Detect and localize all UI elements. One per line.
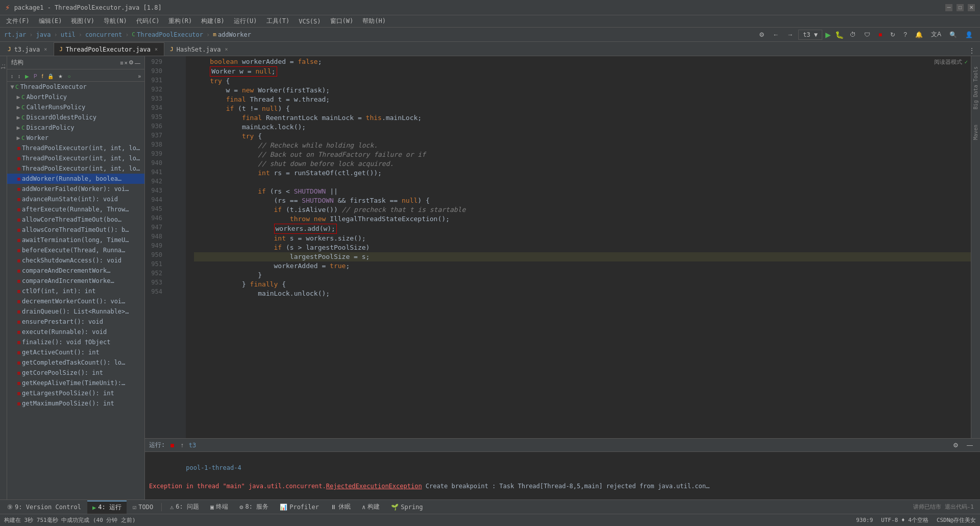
menu-build[interactable]: 构建(B): [197, 16, 229, 27]
toolbar-settings-btn[interactable]: ⚙: [756, 30, 768, 40]
sidebar-item-addworker[interactable]: m addWorker(Runnable, boolea…: [7, 174, 144, 184]
menu-edit[interactable]: 编辑(E): [35, 16, 66, 27]
debug-button[interactable]: 🐛: [834, 30, 845, 40]
sync-btn[interactable]: ↻: [887, 30, 898, 40]
run-panel-settings-btn[interactable]: ⚙: [950, 440, 962, 450]
sidebar-toolbar-btn2[interactable]: ↕: [16, 73, 22, 80]
sidebar-item-getkeepalive[interactable]: m getKeepAliveTime(TimeUnit):…: [7, 378, 144, 388]
tab-todo[interactable]: ☑ TODO: [128, 500, 158, 514]
sidebar-close-btn[interactable]: ×: [125, 60, 128, 66]
sidebar-toolbar-btn5[interactable]: f: [40, 73, 45, 80]
tab-version-control[interactable]: ⑨ 9: Version Control: [2, 500, 86, 514]
code-editor[interactable]: 929 930 931 932 933 934 935 936 937 938 …: [145, 56, 980, 438]
sidebar-item-getcompleted[interactable]: m getCompletedTaskCount(): lo…: [7, 357, 144, 368]
sidebar-item-discard[interactable]: ▶ C DiscardPolicy: [7, 123, 144, 133]
sidebar-item-compare-dec[interactable]: m compareAndDecrementWork…: [7, 266, 144, 276]
sidebar-collapse-btn[interactable]: —: [135, 60, 140, 66]
tab-terminal[interactable]: ▣ 终端: [205, 500, 233, 514]
close-button[interactable]: ✕: [968, 4, 975, 11]
tab-t3[interactable]: J t3.java ×: [2, 42, 54, 56]
tab-threadpool[interactable]: J ThreadPoolExecutor.java ×: [54, 42, 164, 56]
nav-util[interactable]: util: [61, 31, 76, 38]
tab-profiler[interactable]: 📊 Profiler: [275, 500, 324, 514]
sidebar-item-afterexecute[interactable]: m afterExecute(Runnable, Throw…: [7, 204, 144, 214]
sidebar-item-getmaximum[interactable]: m getMaximumPoolSize(): int: [7, 398, 144, 409]
menu-vcs[interactable]: VCS(S): [295, 17, 325, 26]
menu-run[interactable]: 运行(U): [230, 16, 261, 27]
big-data-tools-label[interactable]: Big Data Tools: [973, 66, 978, 109]
prev-run-btn[interactable]: ↑: [180, 441, 185, 450]
menu-refactor[interactable]: 重构(R): [164, 16, 196, 27]
menu-window[interactable]: 窗口(W): [326, 16, 358, 27]
menu-help[interactable]: 帮助(H): [358, 16, 390, 27]
sidebar-item-allowcore[interactable]: m allowCoreThreadTimeOut(boo…: [7, 214, 144, 225]
user-btn[interactable]: 👤: [962, 30, 976, 40]
tab-spring[interactable]: 🌱 Spring: [386, 500, 428, 514]
run-panel-close-btn[interactable]: —: [964, 440, 976, 450]
sidebar-item-ensure[interactable]: m ensurePrestart(): void: [7, 317, 144, 327]
sidebar-item-advance[interactable]: m advanceRunState(int): void: [7, 194, 144, 204]
sidebar-item-worker[interactable]: ▶ C Worker: [7, 133, 144, 143]
sidebar-root-item[interactable]: ▼ C ThreadPoolExecutor: [7, 82, 144, 92]
sidebar-toolbar-btn6[interactable]: 🔒: [46, 73, 55, 80]
maven-label[interactable]: Maven: [973, 125, 978, 140]
tab-build[interactable]: ∧ 构建: [357, 500, 385, 514]
help-btn[interactable]: ?: [900, 30, 910, 40]
event-log-label[interactable]: 讲师已结市 退出代码-1: [909, 503, 978, 511]
editor-tabs-menu-btn[interactable]: ⋮: [966, 45, 978, 56]
run-button[interactable]: ▶: [824, 30, 832, 40]
project-label[interactable]: 1: 项目: [0, 58, 7, 71]
run-with-coverage-btn[interactable]: 🛡: [861, 30, 873, 40]
sidebar-item-constructor3[interactable]: m ThreadPoolExecutor(int, int, lo…: [7, 163, 144, 174]
sidebar-item-discard-oldest[interactable]: ▶ C DiscardOldestPolicy: [7, 112, 144, 123]
encoding-item[interactable]: UTF-8 ♦ 4个空格: [881, 516, 928, 524]
sidebar-toolbar-btn8[interactable]: ○: [66, 73, 72, 80]
tab-hashset-close[interactable]: ×: [224, 46, 229, 53]
sidebar-settings-btn[interactable]: ⚙: [129, 59, 134, 66]
sidebar-item-decrement[interactable]: m decrementWorkerCount(): voi…: [7, 296, 144, 306]
sidebar-item-constructor1[interactable]: m ThreadPoolExecutor(int, int, lo…: [7, 143, 144, 153]
sidebar-item-drain[interactable]: m drainQueue(): List<Runnable>…: [7, 306, 144, 317]
stop-btn[interactable]: ■: [875, 30, 885, 40]
menu-navigate[interactable]: 导航(N): [100, 16, 131, 27]
sidebar-item-getcorepool[interactable]: m getCorePoolSize(): int: [7, 368, 144, 378]
search-btn[interactable]: 🔍: [946, 30, 960, 40]
tab-rest[interactable]: ⏸ 休眠: [325, 500, 356, 514]
position-item[interactable]: 930:9: [856, 517, 873, 523]
menu-tools[interactable]: 工具(T): [262, 16, 294, 27]
sidebar-toolbar-btn1[interactable]: ↕: [9, 73, 15, 80]
sidebar-item-getlargest[interactable]: m getLargestPoolSize(): int: [7, 388, 144, 398]
nav-concurrent[interactable]: concurrent: [85, 31, 122, 38]
translate-btn[interactable]: 文A: [928, 29, 944, 40]
code-content[interactable]: boolean workerAdded = false; Worker w = …: [186, 56, 980, 438]
sidebar-item-execute[interactable]: m execute(Runnable): void: [7, 327, 144, 337]
stop-run-btn[interactable]: ■: [169, 440, 175, 450]
sidebar-item-ctlof[interactable]: m ctlOf(int, int): int: [7, 286, 144, 296]
nav-addworker[interactable]: addWorker: [218, 31, 251, 38]
sidebar-item-allowscore[interactable]: m allowsCoreThreadTimeOut(): b…: [7, 225, 144, 235]
toolbar-back-btn[interactable]: ←: [770, 30, 782, 40]
nav-java[interactable]: java: [36, 31, 51, 38]
sidebar-item-await[interactable]: m awaitTermination(long, TimeU…: [7, 235, 144, 245]
menu-code[interactable]: 代码(C): [132, 16, 164, 27]
build-status-item[interactable]: 构建在 3秒 751毫秒 中成功完成 (40 分钟 之前): [4, 516, 136, 524]
sidebar-toolbar-btn7[interactable]: ★: [57, 73, 64, 80]
tab-problems[interactable]: ⚠ 6: 问题: [165, 500, 204, 514]
menu-view[interactable]: 视图(V): [67, 16, 99, 27]
sidebar-item-constructor2[interactable]: m ThreadPoolExecutor(int, int, lo…: [7, 153, 144, 163]
run-config-dropdown[interactable]: t3 ▼: [798, 30, 822, 40]
minimize-button[interactable]: ─: [945, 4, 952, 11]
sidebar-sort-btn[interactable]: ≡: [120, 60, 123, 66]
sidebar-toolbar-more[interactable]: »: [136, 73, 142, 80]
sidebar-item-finalize[interactable]: m finalize(): void †Object: [7, 337, 144, 347]
tab-t3-close[interactable]: ×: [43, 46, 48, 53]
sidebar-item-abort[interactable]: ▶ C AbortPolicy: [7, 92, 144, 102]
nav-rtjar[interactable]: rt.jar: [4, 31, 26, 38]
tab-threadpool-close[interactable]: ×: [154, 46, 159, 53]
sidebar-item-compare-inc[interactable]: m compareAndIncrementWorke…: [7, 276, 144, 286]
sidebar-item-getactive[interactable]: m getActiveCount(): int: [7, 347, 144, 357]
sidebar-toolbar-btn3[interactable]: ▶: [23, 73, 31, 80]
maximize-button[interactable]: □: [957, 4, 964, 11]
sidebar-toolbar-btn4[interactable]: P: [32, 73, 39, 80]
sidebar-item-caller[interactable]: ▶ C CallerRunsPolicy: [7, 102, 144, 112]
